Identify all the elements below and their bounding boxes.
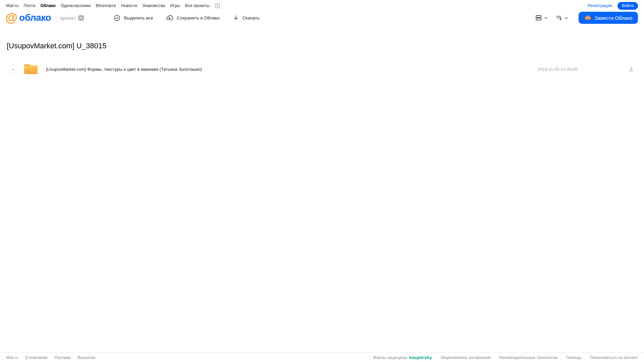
files-protected-label: Файлы защищены <box>373 355 407 360</box>
logo-divider: | <box>55 15 57 21</box>
app-header: @ облако | проект VK Выделить все <box>0 10 644 28</box>
portal-topbar: Mail.ru Почта Облако Одноклассники ВКонт… <box>0 0 644 10</box>
portal-link-odnoklassniki[interactable]: Одноклассники <box>61 3 91 8</box>
save-to-cloud-label: Сохранить в Облако <box>177 15 219 20</box>
download-all-label: Скачать <box>243 15 260 20</box>
cloud-upload-icon <box>166 14 173 21</box>
vk-badge-icon: VK <box>78 15 84 21</box>
check-circle-icon <box>113 14 120 21</box>
portal-link-vkontakte[interactable]: ВКонтакте <box>96 3 116 8</box>
main-content: [UsupovMarket.com] U_38015 <box>0 42 644 77</box>
cloud-logo[interactable]: @ облако | проект VK <box>5 12 84 23</box>
footer-link-recommendation-tech[interactable]: Рекомендательные технологии <box>499 355 558 360</box>
kaspersky-protection: Файлы защищены kaspersky <box>373 355 432 360</box>
file-name[interactable]: [UsupovMarket.com] Формы, текстуры и цве… <box>46 67 537 72</box>
row-download-icon[interactable] <box>628 66 635 72</box>
portal-link-oblako[interactable]: Облако <box>40 3 56 8</box>
orange-cloud-icon <box>584 14 592 21</box>
portal-nav: Mail.ru Почта Облако Одноклассники ВКонт… <box>6 3 220 8</box>
sort-icon <box>555 14 563 21</box>
download-all-button[interactable]: Скачать <box>233 14 260 21</box>
cloud-logo-text: облако <box>19 13 51 23</box>
footer-left-links: Mail.ru О компании Реклама Вакансии <box>6 355 95 360</box>
sort-dropdown[interactable] <box>555 14 568 21</box>
folder-icon <box>23 63 39 75</box>
footer-link-report-content[interactable]: Пожаловаться на контент <box>590 355 638 360</box>
footer-link-license[interactable]: Лицензионное соглашение <box>440 355 491 360</box>
login-button[interactable]: Войти <box>617 2 638 10</box>
header-right-controls: Завести Облако <box>535 12 638 24</box>
list-view-icon <box>535 14 542 21</box>
project-label: проект <box>60 15 76 21</box>
portal-link-all-projects[interactable]: Все проекты <box>185 3 209 8</box>
download-arrow-icon <box>233 14 239 21</box>
footer-link-help[interactable]: Помощь <box>566 355 581 360</box>
portal-auth: Регистрация Войти <box>588 2 638 10</box>
portal-link-novosti[interactable]: Новости <box>121 3 137 8</box>
select-all-button[interactable]: Выделить все <box>113 14 153 21</box>
footer-link-ads[interactable]: Реклама <box>54 355 70 360</box>
actions-toolbar: Выделить все Сохранить в Облако Скачать <box>113 14 259 21</box>
file-list: [UsupovMarket.com] Формы, текстуры и цве… <box>0 61 644 77</box>
create-cloud-label: Завести Облако <box>595 15 632 21</box>
portal-link-mailru[interactable]: Mail.ru <box>6 3 19 8</box>
footer-link-company[interactable]: О компании <box>25 355 47 360</box>
file-date: 2018-11-05 14:49:00 <box>537 67 578 72</box>
chevron-down-icon <box>564 16 568 20</box>
registration-link[interactable]: Регистрация <box>588 3 612 8</box>
footer-link-mailru[interactable]: Mail.ru <box>6 355 18 360</box>
select-all-label: Выделить все <box>124 15 153 20</box>
chevron-down-icon <box>544 16 548 20</box>
apps-grid-icon[interactable] <box>215 3 220 8</box>
row-checkbox[interactable] <box>9 65 17 73</box>
page-footer: Mail.ru О компании Реклама Вакансии Файл… <box>0 353 644 362</box>
mailru-at-icon: @ <box>5 12 17 23</box>
footer-right-links: Файлы защищены kaspersky Лицензионное со… <box>373 355 638 360</box>
save-to-cloud-button[interactable]: Сохранить в Облако <box>166 14 219 21</box>
portal-link-igry[interactable]: Игры <box>170 3 180 8</box>
portal-link-pochta[interactable]: Почта <box>24 3 36 8</box>
view-mode-dropdown[interactable] <box>535 14 548 21</box>
page-title: [UsupovMarket.com] U_38015 <box>7 42 644 50</box>
portal-link-znakomstva[interactable]: Знакомства <box>142 3 165 8</box>
file-row[interactable]: [UsupovMarket.com] Формы, текстуры и цве… <box>0 61 644 77</box>
create-cloud-button[interactable]: Завести Облако <box>579 12 638 24</box>
kaspersky-logo[interactable]: kaspersky <box>409 355 432 360</box>
footer-link-jobs[interactable]: Вакансии <box>78 355 95 360</box>
